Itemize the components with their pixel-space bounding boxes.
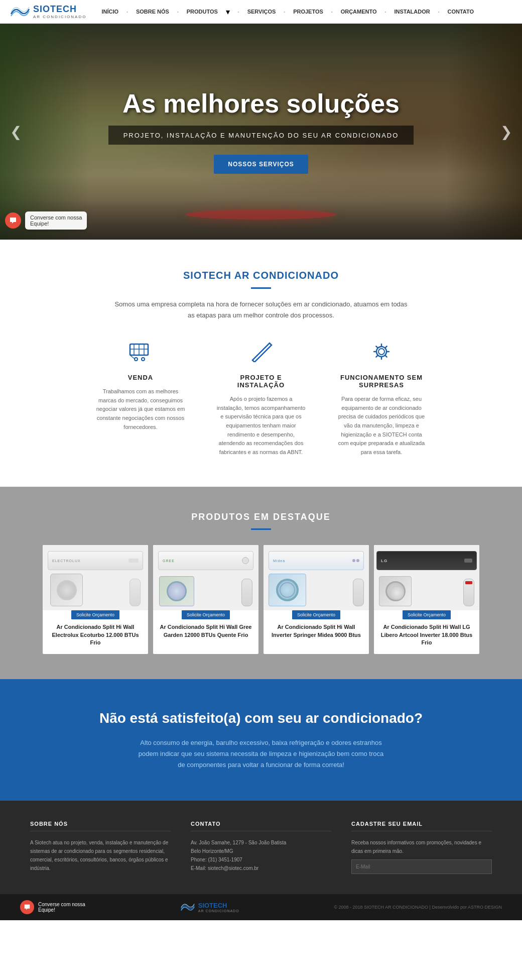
bottom-chat-bubble-icon <box>24 904 31 911</box>
nav-inicio[interactable]: INÍCIO <box>101 9 118 15</box>
product-card-1: ELECTROLUX Solicite Orçamento Ar Condici… <box>43 545 148 654</box>
cta-text: Alto consumo de energia, barulho excessi… <box>136 737 386 771</box>
about-section: SIOTECH AR CONDICIONADO Somos uma empres… <box>0 240 522 487</box>
bottom-logo: SIOTECH AR CONDICIONADO <box>180 902 239 913</box>
about-text: Somos uma empresa completa na hora de fo… <box>110 299 412 321</box>
about-title-underline <box>251 287 271 289</box>
hero-prev-arrow[interactable]: ❮ <box>5 119 27 145</box>
bottom-logo-icon <box>180 902 195 913</box>
logo-icon <box>10 4 30 19</box>
footer-email-text: Receba nossos informativos com promoções… <box>351 838 492 855</box>
ruler-icon <box>248 341 274 362</box>
cart-icon <box>128 341 153 362</box>
product-solicite-btn-4[interactable]: Solicite Orçamento <box>403 610 451 619</box>
svg-point-13 <box>378 349 384 355</box>
hero-section: As melhores soluções PROJETO, INSTALAÇÃO… <box>0 24 522 240</box>
cta-title: Não está satisfeito(a) com seu ar condic… <box>50 709 472 727</box>
product-card-3: Midea Solicite Orçamento Ar Condicionado… <box>264 545 369 654</box>
svg-marker-9 <box>252 343 272 362</box>
feature-venda: VENDA Trabalhamos com as melhores marcas… <box>95 341 186 457</box>
product-card-2: GREE Solicite Orçamento Ar Condicionado … <box>153 545 258 654</box>
feature-funcionamento: FUNCIONAMENTO SEM SURPRESAS Para operar … <box>336 341 427 457</box>
nav-contato[interactable]: CONTATO <box>448 9 474 15</box>
footer-email-title: CADASTRE SEU EMAIL <box>351 821 492 831</box>
products-section: PRODUTOS EM DESTAQUE ELECTROLUX Solicite… <box>0 487 522 679</box>
footer-email-input[interactable] <box>351 859 492 874</box>
chat-icon[interactable] <box>5 212 21 229</box>
hero-cta-button[interactable]: NOSSOS SERVIÇOS <box>214 155 308 174</box>
bottom-chat-text: Converse com nossa Equipe! <box>38 902 85 913</box>
nav-projetos[interactable]: PROJETOS <box>293 9 323 15</box>
chat-bubble[interactable]: Converse com nossa Equipe! <box>25 211 87 230</box>
cta-section: Não está satisfeito(a) com seu ar condic… <box>0 679 522 801</box>
product-name-4: Ar Condicionado Split Hi Wall LG Libero … <box>374 623 479 654</box>
brand-name: SIOTECH <box>33 4 77 14</box>
product-img-2: GREE <box>153 545 258 610</box>
feature-venda-text: Trabalhamos com as melhores marcas do me… <box>95 387 186 431</box>
bottom-bar: Converse com nossa Equipe! SIOTECH AR CO… <box>0 894 522 920</box>
product-img-1: ELECTROLUX <box>43 545 148 610</box>
footer-about-title: SOBRE NÓS <box>30 821 171 831</box>
svg-point-6 <box>142 358 145 361</box>
nav-sobre[interactable]: SOBRE NÓS <box>136 9 169 15</box>
bottom-chat-icon[interactable] <box>20 900 34 914</box>
navbar: SIOTECH AR CONDICIONADO INÍCIO • SOBRE N… <box>0 0 522 24</box>
nav-servicos[interactable]: SERVIÇOS <box>247 9 276 15</box>
bottom-brand-subtitle: AR CONDICIONADO <box>198 909 239 913</box>
feature-func-title: FUNCIONAMENTO SEM SURPRESAS <box>336 374 427 389</box>
footer-col-contact: CONTATO Av. João Samahe, 1279 - São João… <box>191 821 331 874</box>
projeto-icon <box>216 341 306 367</box>
chat-bubble-icon <box>9 216 17 225</box>
hero-next-arrow[interactable]: ❯ <box>495 119 517 145</box>
bottom-brand-name: SIOTECH <box>198 902 239 909</box>
products-underline <box>251 528 271 530</box>
bottom-chat-widget[interactable]: Converse com nossa Equipe! <box>20 900 85 914</box>
features-row: VENDA Trabalhamos com as melhores marcas… <box>50 341 472 457</box>
logo[interactable]: SIOTECH AR CONDICIONADO <box>10 4 86 19</box>
chat-text: Converse com nossa <box>30 214 82 221</box>
feature-venda-title: VENDA <box>95 374 186 381</box>
product-solicite-btn-1[interactable]: Solicite Orçamento <box>71 610 119 619</box>
bottom-copyright: © 2008 - 2018 SIOTECH AR CONDICIONADO | … <box>334 905 502 910</box>
nav-links: INÍCIO • SOBRE NÓS • PRODUTOS ▾ • SERVIÇ… <box>101 7 474 17</box>
footer: SOBRE NÓS A Siotech atua no projeto, ven… <box>0 801 522 894</box>
product-card-4: LG Solicite Orçamento Ar Condicionado Sp… <box>374 545 479 654</box>
footer-address: Av. João Samahe, 1279 - São João Batista… <box>191 838 331 873</box>
footer-about-text: A Siotech atua no projeto, venda, instal… <box>30 838 171 873</box>
product-name-3: Ar Condicionado Split Hi Wall Inverter S… <box>264 623 369 646</box>
product-name-1: Ar Condicionado Split Hi Wall Electrolux… <box>43 623 148 654</box>
product-img-4: LG <box>374 545 479 610</box>
feature-projeto-title: PROJETO E INSTALAÇÃO <box>216 374 306 389</box>
hero-subtitle: PROJETO, INSTALAÇÃO E MANUTENÇÃO DO SEU … <box>123 132 399 139</box>
about-title: SIOTECH AR CONDICIONADO <box>50 270 472 281</box>
product-solicite-btn-2[interactable]: Solicite Orçamento <box>182 610 230 619</box>
products-title: PRODUTOS EM DESTAQUE <box>20 512 502 522</box>
nav-produtos[interactable]: PRODUTOS <box>187 9 218 15</box>
nav-instalador[interactable]: INSTALADOR <box>394 9 430 15</box>
products-grid: ELECTROLUX Solicite Orçamento Ar Condici… <box>20 545 502 654</box>
footer-col-about: SOBRE NÓS A Siotech atua no projeto, ven… <box>30 821 171 874</box>
feature-projeto: PROJETO E INSTALAÇÃO Após o projeto faze… <box>216 341 306 457</box>
brand-subtitle: AR CONDICIONADO <box>33 15 86 19</box>
chat-widget[interactable]: Converse com nossa Equipe! <box>5 211 87 230</box>
hero-title: As melhores soluções <box>108 89 414 118</box>
product-name-2: Ar Condicionado Split Hi Wall Gree Garde… <box>153 623 258 646</box>
venda-icon <box>95 341 186 367</box>
footer-col-email: CADASTRE SEU EMAIL Receba nossos informa… <box>351 821 492 874</box>
funcionamento-icon <box>336 341 427 367</box>
feature-func-text: Para operar de forma eficaz, seu equipam… <box>336 395 427 457</box>
nav-orcamento[interactable]: ORÇAMENTO <box>341 9 377 15</box>
chat-text2: Equipe! <box>30 221 49 227</box>
gear-icon <box>369 341 394 362</box>
footer-contact-title: CONTATO <box>191 821 331 831</box>
product-solicite-btn-3[interactable]: Solicite Orçamento <box>292 610 340 619</box>
hero-subtitle-bar: PROJETO, INSTALAÇÃO E MANUTENÇÃO DO SEU … <box>108 126 414 145</box>
feature-projeto-text: Após o projeto fazemos a instalação, tem… <box>216 395 306 457</box>
product-img-3: Midea <box>264 545 369 610</box>
hero-content: As melhores soluções PROJETO, INSTALAÇÃO… <box>98 79 424 183</box>
